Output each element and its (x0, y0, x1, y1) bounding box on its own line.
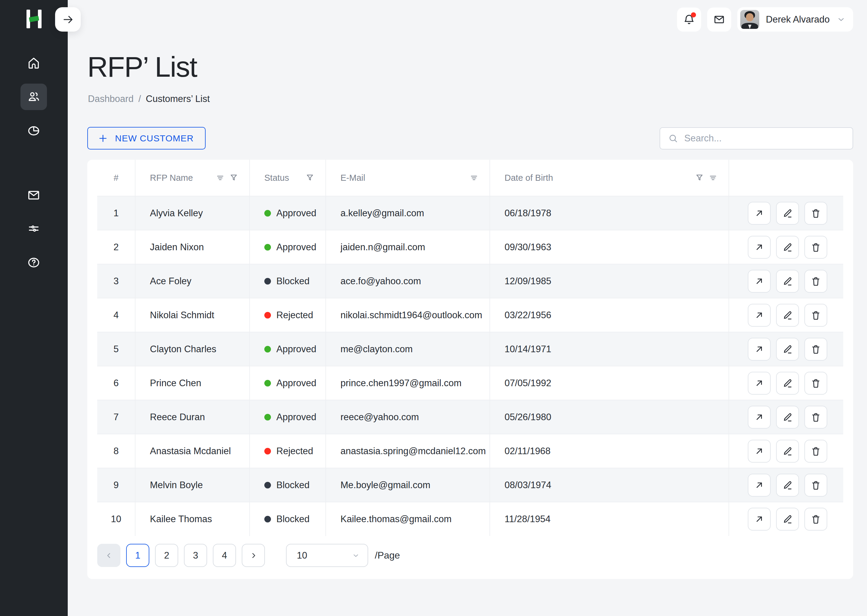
search-input[interactable] (684, 133, 845, 144)
arrow-up-right-icon (754, 412, 765, 423)
row-actions (729, 230, 843, 264)
delete-row-button[interactable] (804, 406, 827, 429)
filter-icon[interactable] (229, 173, 238, 182)
sort-icon[interactable] (216, 173, 225, 182)
table-row: 7Reece DuranApprovedreece@yahoo.com05/26… (97, 400, 843, 434)
edit-row-button[interactable] (776, 270, 799, 293)
open-row-button[interactable] (748, 202, 771, 225)
sidebar-item-help[interactable] (20, 249, 47, 276)
pencil-icon (782, 514, 793, 525)
table-row: 8Anastasia McdanielRejectedanastasia.spr… (97, 434, 843, 468)
notifications-button[interactable] (677, 8, 701, 31)
edit-row-button[interactable] (776, 474, 799, 497)
column-header-status: Status (249, 160, 326, 196)
arrow-up-right-icon (754, 276, 765, 287)
edit-row-button[interactable] (776, 406, 799, 429)
open-row-button[interactable] (748, 508, 771, 531)
delete-row-button[interactable] (804, 304, 827, 327)
pencil-icon (782, 446, 793, 457)
row-rfp-name: Anastasia Mcdaniel (135, 434, 249, 468)
sidebar-item-mail[interactable] (20, 182, 47, 209)
pie-chart-icon (27, 124, 41, 138)
status-dot-icon (264, 278, 271, 284)
filter-icon[interactable] (695, 173, 704, 182)
pencil-icon (782, 412, 793, 423)
delete-row-button[interactable] (804, 236, 827, 259)
delete-row-button[interactable] (804, 338, 827, 361)
edit-row-button[interactable] (776, 304, 799, 327)
notification-badge (691, 13, 696, 17)
edit-row-button[interactable] (776, 338, 799, 361)
delete-row-button[interactable] (804, 440, 827, 463)
status-dot-icon (264, 380, 271, 387)
filter-icon[interactable] (305, 173, 315, 182)
page-button-3[interactable]: 3 (184, 544, 207, 567)
row-email: prince.chen1997@gmail.com (326, 366, 490, 400)
pencil-icon (782, 208, 793, 218)
sidebar-item-customers[interactable] (20, 83, 47, 110)
open-row-button[interactable] (748, 474, 771, 497)
open-row-button[interactable] (748, 406, 771, 429)
sidebar-item-settings[interactable] (20, 215, 47, 242)
page-button-2[interactable]: 2 (155, 544, 178, 567)
sort-icon[interactable] (469, 173, 479, 182)
breadcrumb-dashboard[interactable]: Dashboard (88, 94, 134, 104)
arrow-up-right-icon (754, 446, 765, 457)
status-dot-icon (264, 312, 271, 319)
pencil-icon (782, 276, 793, 287)
edit-row-button[interactable] (776, 508, 799, 531)
row-email: reece@yahoo.com (326, 400, 490, 434)
delete-row-button[interactable] (804, 474, 827, 497)
delete-row-button[interactable] (804, 270, 827, 293)
messages-button[interactable] (707, 8, 731, 31)
sidebar-collapse-button[interactable] (55, 7, 81, 31)
row-number: 1 (97, 196, 135, 230)
sort-icon[interactable] (708, 173, 718, 182)
page-button-1[interactable]: 1 (126, 544, 149, 567)
open-row-button[interactable] (748, 236, 771, 259)
sidebar-item-reports[interactable] (20, 118, 47, 144)
status-label: Blocked (276, 276, 309, 287)
edit-row-button[interactable] (776, 202, 799, 225)
row-rfp-name: Melvin Boyle (135, 468, 249, 502)
row-dob: 09/30/1963 (490, 230, 729, 264)
pencil-icon (782, 378, 793, 389)
row-actions (729, 468, 843, 502)
chevron-down-icon (836, 15, 846, 24)
status-label: Approved (276, 208, 317, 218)
delete-row-button[interactable] (804, 372, 827, 394)
row-email: anastasia.spring@mcdaniel12.com (326, 434, 490, 468)
user-name: Derek Alvarado (766, 14, 830, 25)
edit-row-button[interactable] (776, 372, 799, 394)
status-dot-icon (264, 210, 271, 217)
open-row-button[interactable] (748, 304, 771, 327)
open-row-button[interactable] (748, 372, 771, 394)
column-header-rfp-name: RFP Name (135, 160, 249, 196)
page-button-4[interactable]: 4 (213, 544, 236, 567)
envelope-icon (713, 14, 725, 25)
edit-row-button[interactable] (776, 440, 799, 463)
open-row-button[interactable] (748, 270, 771, 293)
table-row: 2Jaiden NixonApprovedjaiden.n@gmail.com0… (97, 230, 843, 264)
row-actions (729, 434, 843, 468)
status-dot-icon (264, 516, 271, 522)
delete-row-button[interactable] (804, 508, 827, 531)
arrow-up-right-icon (754, 208, 765, 218)
trash-icon (810, 412, 821, 423)
status-label: Blocked (276, 514, 309, 525)
per-page-label: /Page (375, 550, 400, 561)
next-page-button[interactable] (242, 544, 265, 567)
user-menu[interactable]: Derek Alvarado (737, 7, 853, 31)
table-body: 1Alyvia KelleyApproveda.kelley@gmail.com… (97, 196, 843, 536)
breadcrumb-current: Customers’ List (146, 94, 210, 104)
sidebar-item-home[interactable] (20, 50, 47, 76)
prev-page-button[interactable] (97, 544, 120, 567)
open-row-button[interactable] (748, 338, 771, 361)
open-row-button[interactable] (748, 440, 771, 463)
row-actions (729, 264, 843, 298)
trash-icon (810, 208, 821, 218)
new-customer-button[interactable]: NEW CUSTOMER (87, 127, 206, 149)
delete-row-button[interactable] (804, 202, 827, 225)
edit-row-button[interactable] (776, 236, 799, 259)
page-size-select[interactable]: 10 (286, 544, 368, 567)
